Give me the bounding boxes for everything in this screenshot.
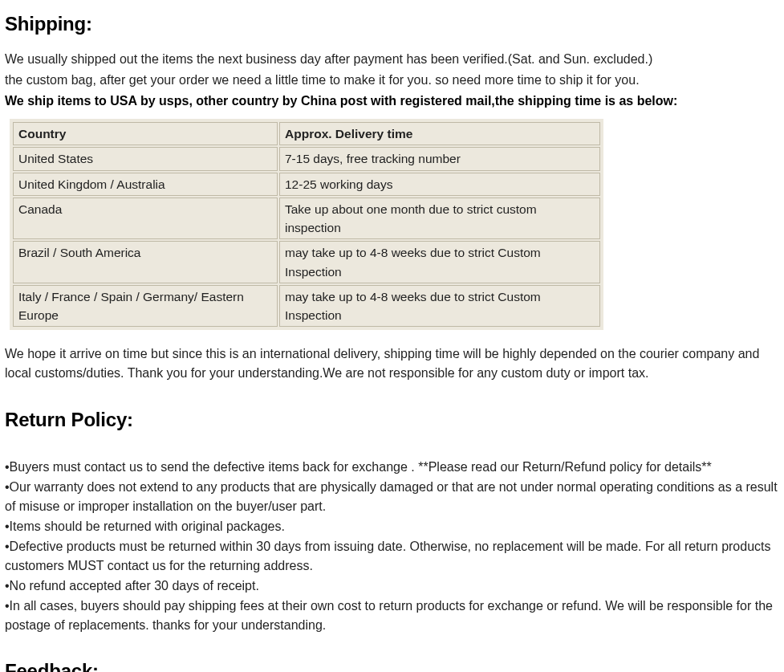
cell-country: United Kingdom / Australia (13, 173, 278, 196)
return-item: •No refund accepted after 30 days of rec… (5, 576, 779, 596)
table-header-row: Country Approx. Delivery time (13, 122, 600, 145)
return-item: •Items should be returned with original … (5, 517, 779, 536)
cell-country: Italy / France / Spain / Germany/ Easter… (13, 285, 278, 328)
shipping-para-4: We hope it arrive on time but since this… (5, 344, 779, 383)
return-item: •Buyers must contact us to send the defe… (5, 458, 779, 477)
shipping-heading: Shipping: (5, 10, 779, 39)
table-row: Italy / France / Spain / Germany/ Easter… (13, 285, 600, 328)
cell-time: may take up to 4-8 weeks due to strict C… (279, 285, 600, 328)
cell-country: Canada (13, 198, 278, 240)
shipping-para-1: We usually shipped out the items the nex… (5, 50, 779, 69)
table-row: United States 7-15 days, free tracking n… (13, 147, 600, 170)
feedback-heading: Feedback: (5, 657, 779, 672)
delivery-table-wrap: Country Approx. Delivery time United Sta… (10, 119, 603, 330)
table-row: United Kingdom / Australia 12-25 working… (13, 173, 600, 196)
cell-time: Take up about one month due to strict cu… (279, 198, 600, 240)
table-row: Brazil / South America may take up to 4-… (13, 241, 600, 283)
cell-time: may take up to 4-8 weeks due to strict C… (279, 241, 600, 283)
return-heading: Return Policy: (5, 405, 779, 434)
cell-country: United States (13, 147, 278, 170)
th-delivery: Approx. Delivery time (279, 122, 600, 145)
table-row: Canada Take up about one month due to st… (13, 198, 600, 240)
return-item: •In all cases, buyers should pay shippin… (5, 597, 779, 635)
return-item: •Our warranty does not extend to any pro… (5, 478, 779, 516)
cell-time: 12-25 working days (279, 173, 600, 196)
cell-country: Brazil / South America (13, 241, 278, 283)
cell-time: 7-15 days, free tracking number (279, 147, 600, 170)
shipping-para-2: the custom bag, after get your order we … (5, 71, 779, 90)
delivery-table: Country Approx. Delivery time United Sta… (11, 120, 602, 328)
shipping-para-3: We ship items to USA by usps, other coun… (5, 92, 779, 111)
return-item: •Defective products must be returned wit… (5, 537, 779, 576)
th-country: Country (13, 122, 278, 145)
